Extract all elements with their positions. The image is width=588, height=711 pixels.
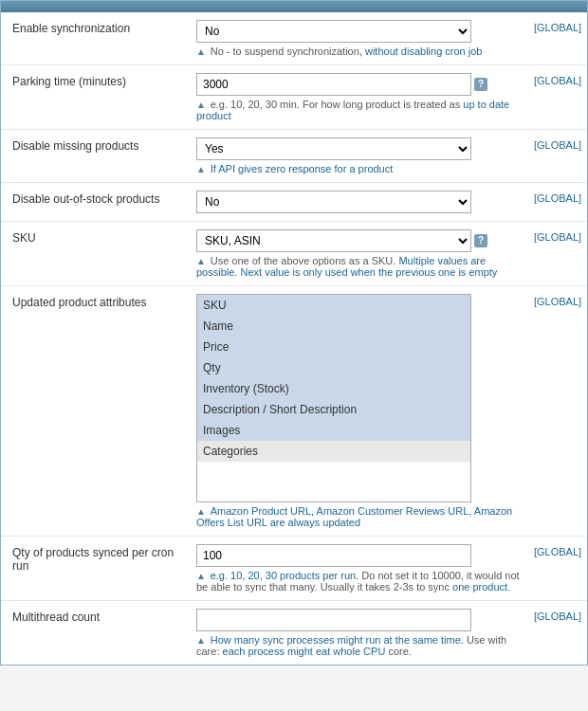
panel-title — [1, 1, 587, 12]
global-tag-sku[interactable]: [GLOBAL] — [530, 222, 587, 286]
global-label: [GLOBAL] — [534, 192, 581, 204]
input-parking-time[interactable] — [196, 73, 471, 96]
hint-sku: ▲ Use one of the above options as a SKU.… — [196, 255, 524, 278]
hint-disable-missing: ▲ If API gives zero response for a produ… — [196, 163, 524, 174]
label-updated-attributes: Updated product attributes — [1, 286, 191, 537]
help-icon-parking-time[interactable]: ? — [474, 78, 487, 91]
multiselect-option-updated-attributes[interactable]: Price — [197, 337, 470, 357]
multiselect-option-updated-attributes[interactable]: Name — [197, 316, 470, 337]
input-cell-enable-sync: NoYes▲ No - to suspend synchronization, … — [191, 12, 530, 65]
multiselect-option-updated-attributes[interactable]: Images — [197, 420, 470, 441]
global-tag-parking-time[interactable]: [GLOBAL] — [530, 65, 587, 130]
global-tag-multithread-count[interactable]: [GLOBAL] — [530, 601, 587, 665]
multiselect-option-updated-attributes[interactable]: Categories — [197, 441, 470, 462]
hint-updated-attributes: ▲ Amazon Product URL, Amazon Customer Re… — [196, 505, 524, 528]
multiselect-option-updated-attributes[interactable]: Inventory (Stock) — [197, 378, 470, 399]
label-disable-outofstock: Disable out-of-stock products — [1, 183, 191, 222]
synchronization-settings-panel: Enable synchronizationNoYes▲ No - to sus… — [0, 0, 588, 665]
label-sku: SKU — [1, 222, 191, 286]
global-label: [GLOBAL] — [534, 611, 581, 622]
input-cell-updated-attributes: SKUNamePriceQtyInventory (Stock)Descript… — [191, 286, 530, 537]
global-label: [GLOBAL] — [534, 231, 581, 243]
global-label: [GLOBAL] — [534, 75, 581, 86]
input-cell-qty-per-cron: ▲ e.g. 10, 20, 30 products per run. Do n… — [191, 537, 530, 601]
global-tag-updated-attributes[interactable]: [GLOBAL] — [530, 286, 587, 537]
input-cell-parking-time: ?▲ e.g. 10, 20, 30 min. For how long pro… — [191, 65, 530, 130]
hint-parking-time: ▲ e.g. 10, 20, 30 min. For how long prod… — [196, 99, 524, 121]
hint-arrow-icon: ▲ — [196, 100, 209, 110]
multiselect-updated-attributes[interactable]: SKUNamePriceQtyInventory (Stock)Descript… — [196, 294, 471, 502]
label-multithread-count: Multithread count — [1, 601, 191, 665]
label-qty-per-cron: Qty of products synced per cron run — [1, 537, 191, 601]
select-disable-outofstock[interactable]: NoYes — [196, 191, 471, 213]
global-label: [GLOBAL] — [534, 22, 581, 33]
hint-arrow-icon: ▲ — [196, 46, 209, 57]
hint-qty-per-cron: ▲ e.g. 10, 20, 30 products per run. Do n… — [196, 570, 524, 592]
input-cell-disable-outofstock: NoYes — [191, 183, 530, 222]
select-sku[interactable]: SKU, ASINSKUASIN — [196, 229, 471, 252]
global-tag-disable-outofstock[interactable]: [GLOBAL] — [530, 183, 587, 222]
hint-arrow-icon: ▲ — [196, 164, 209, 174]
help-icon-sku[interactable]: ? — [474, 234, 487, 247]
label-parking-time: Parking time (minutes) — [1, 65, 191, 130]
select-enable-sync[interactable]: NoYes — [196, 20, 471, 43]
label-disable-missing: Disable missing products — [1, 130, 191, 183]
global-tag-disable-missing[interactable]: [GLOBAL] — [530, 130, 587, 183]
input-cell-sku: SKU, ASINSKUASIN?▲ Use one of the above … — [191, 222, 530, 286]
input-cell-disable-missing: YesNo▲ If API gives zero response for a … — [191, 130, 530, 183]
hint-arrow-icon: ▲ — [196, 506, 209, 517]
global-tag-qty-per-cron[interactable]: [GLOBAL] — [530, 537, 587, 601]
multiselect-option-updated-attributes[interactable]: Qty — [197, 357, 470, 378]
settings-table: Enable synchronizationNoYes▲ No - to sus… — [1, 12, 587, 665]
input-multithread-count[interactable] — [196, 609, 471, 631]
global-label: [GLOBAL] — [534, 546, 581, 557]
multiselect-option-updated-attributes[interactable]: SKU — [197, 295, 470, 316]
global-label: [GLOBAL] — [534, 296, 581, 307]
hint-arrow-icon: ▲ — [196, 256, 209, 266]
global-label: [GLOBAL] — [534, 139, 581, 151]
input-qty-per-cron[interactable] — [196, 544, 471, 567]
global-tag-enable-sync[interactable]: [GLOBAL] — [530, 12, 587, 65]
input-cell-multithread-count: ▲ How many sync processes might run at t… — [191, 601, 530, 665]
hint-enable-sync: ▲ No - to suspend synchronization, witho… — [196, 46, 524, 57]
hint-arrow-icon: ▲ — [196, 635, 209, 646]
label-enable-sync: Enable synchronization — [1, 12, 191, 65]
multiselect-option-updated-attributes[interactable]: Description / Short Description — [197, 399, 470, 420]
hint-arrow-icon: ▲ — [196, 571, 209, 581]
hint-multithread-count: ▲ How many sync processes might run at t… — [196, 634, 524, 657]
select-disable-missing[interactable]: YesNo — [196, 137, 471, 160]
